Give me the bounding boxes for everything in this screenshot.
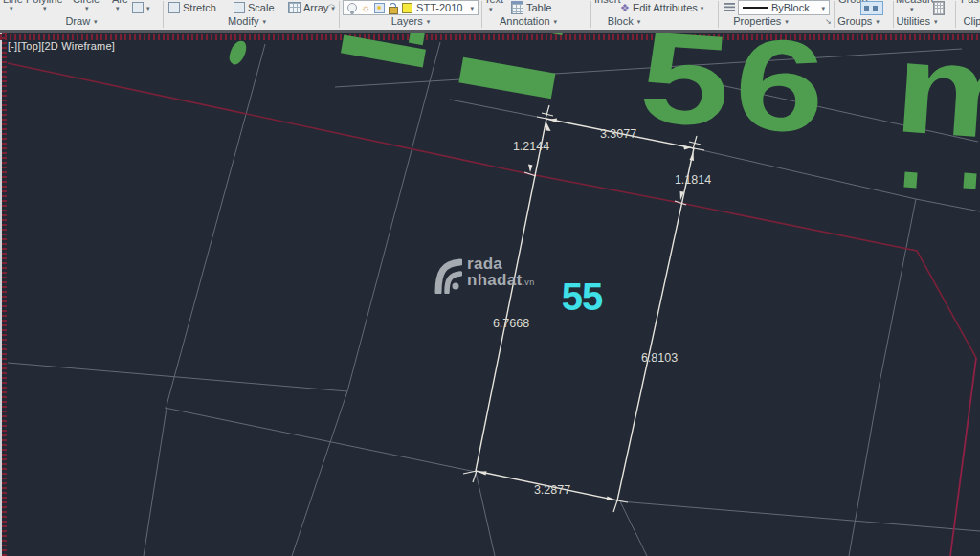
watermark-suffix: .vn	[523, 278, 535, 287]
dim-side-right: 6.8103	[641, 351, 678, 365]
drawing-canvas[interactable]: = 56 m [-][Top][2D Wireframe] 1.2144 3.3…	[0, 33, 980, 556]
lineweight-icon[interactable]	[724, 3, 735, 11]
chevron-down-icon: ▾	[934, 18, 938, 25]
dialog-launcher-icon[interactable]: ↘	[825, 17, 832, 26]
chevron-down-icon: ▾	[876, 18, 880, 25]
panel-label-layers[interactable]: Layers▾	[391, 15, 431, 28]
rectangle-tool-icon[interactable]	[132, 2, 144, 13]
green-text-fragment	[903, 172, 917, 189]
layer-lock-icon[interactable]	[389, 7, 398, 14]
chevron-down-icon: ▾	[785, 18, 789, 25]
line-preview-icon	[743, 7, 768, 9]
panel-label-clip[interactable]: Clip	[964, 15, 980, 28]
layer-color-swatch[interactable]	[402, 3, 412, 13]
app-window: Line Polyline Circle Arc ▾ ▾ ▾ ▾ ▾ Draw▾…	[0, 0, 980, 556]
panel-divider	[590, 1, 591, 28]
chevron-down-icon: ▾	[701, 5, 704, 11]
layer-thaw-icon[interactable]: ☼	[361, 3, 370, 13]
stretch-button[interactable]: Stretch	[168, 1, 216, 14]
byblock-dropdown[interactable]: ByBlock ▾	[738, 0, 830, 15]
tool-measure[interactable]: Measure	[896, 0, 937, 5]
layer-on-icon[interactable]	[347, 3, 357, 12]
array-icon	[288, 2, 301, 13]
panel-label-block[interactable]: Block▾	[608, 15, 640, 28]
watermark-line1: rada	[467, 256, 534, 272]
dim-front-left: 1.2144	[513, 140, 549, 153]
viewport-controls[interactable]: [-][Top][2D Wireframe]	[8, 40, 115, 52]
group-icon[interactable]	[860, 1, 883, 15]
panel-divider	[339, 1, 340, 28]
dim-front-right: 1.1814	[675, 173, 711, 187]
chevron-down-icon[interactable]: ▾	[116, 5, 120, 11]
tool-insert[interactable]: Insert	[594, 0, 621, 5]
dim-back-width: 3.2877	[534, 483, 570, 497]
scale-button[interactable]: Scale	[234, 1, 275, 14]
chevron-down-icon: ▾	[262, 18, 266, 25]
scale-icon	[234, 2, 245, 13]
chevron-down-icon: ▾	[94, 18, 98, 25]
stretch-icon	[168, 2, 180, 13]
calculator-icon[interactable]	[933, 1, 945, 15]
current-layer-name: STT-2010	[416, 2, 462, 13]
chevron-down-icon[interactable]: ▾	[821, 5, 825, 11]
table-button[interactable]: Table	[511, 1, 551, 14]
panel-label-utilities[interactable]: Utilities▾	[897, 15, 938, 28]
panel-label-modify[interactable]: Modify▾	[228, 15, 266, 28]
chevron-down-icon[interactable]: ▾	[146, 5, 150, 11]
panel-label-groups[interactable]: Groups▾	[837, 15, 880, 28]
fillet-icon[interactable]: ◠	[327, 3, 336, 12]
green-text-fragment	[409, 33, 425, 45]
chevron-down-icon: ▾	[554, 18, 558, 25]
chevron-down-icon[interactable]: ▾	[910, 6, 914, 12]
layer-freeze-icon[interactable]	[374, 3, 385, 13]
tool-text[interactable]: Text	[484, 0, 503, 5]
tool-paste[interactable]: Paste	[961, 0, 980, 5]
panel-divider	[893, 1, 894, 28]
chevron-down-icon: ▾	[427, 18, 431, 25]
chevron-down-icon: ▾	[637, 18, 641, 25]
watermark: rada nhadat.vn	[434, 256, 534, 294]
panel-divider	[718, 1, 719, 28]
radar-logo-icon	[434, 256, 462, 294]
green-text-fragment	[963, 173, 976, 189]
panel-label-annotation[interactable]: Annotation▾	[500, 15, 557, 28]
dim-top-width: 3.3077	[600, 127, 636, 141]
byblock-value: ByBlock	[771, 2, 810, 13]
ribbon-toolbar: Line Polyline Circle Arc ▾ ▾ ▾ ▾ ▾ Draw▾…	[0, 0, 980, 33]
chevron-down-icon[interactable]: ▾	[43, 5, 47, 11]
edit-attributes-icon: ❖	[620, 3, 630, 13]
watermark-line2: nhadat	[467, 271, 523, 289]
chevron-down-icon[interactable]: ▾	[85, 5, 89, 11]
layer-dropdown[interactable]: ☼ STT-2010 ▾	[343, 0, 479, 15]
chevron-down-icon[interactable]: ▾	[470, 5, 474, 11]
chevron-down-icon[interactable]: ▾	[489, 6, 493, 12]
tool-arc[interactable]: Arc	[112, 0, 128, 5]
panel-divider	[955, 1, 956, 28]
panel-divider	[834, 1, 835, 28]
dim-side-left: 6.7668	[493, 317, 529, 330]
table-icon	[511, 1, 523, 14]
parcel-number: 55	[562, 276, 603, 319]
panel-divider	[163, 1, 164, 28]
panel-label-properties[interactable]: Properties▾	[733, 15, 789, 28]
panel-divider	[481, 1, 482, 28]
area-label-value: 56	[636, 33, 835, 153]
area-label-unit: m	[891, 33, 980, 161]
edit-attributes-button[interactable]: ❖Edit Attributes▾	[620, 1, 703, 14]
chevron-down-icon[interactable]: ▾	[10, 5, 13, 11]
panel-label-draw[interactable]: Draw▾	[65, 15, 97, 28]
